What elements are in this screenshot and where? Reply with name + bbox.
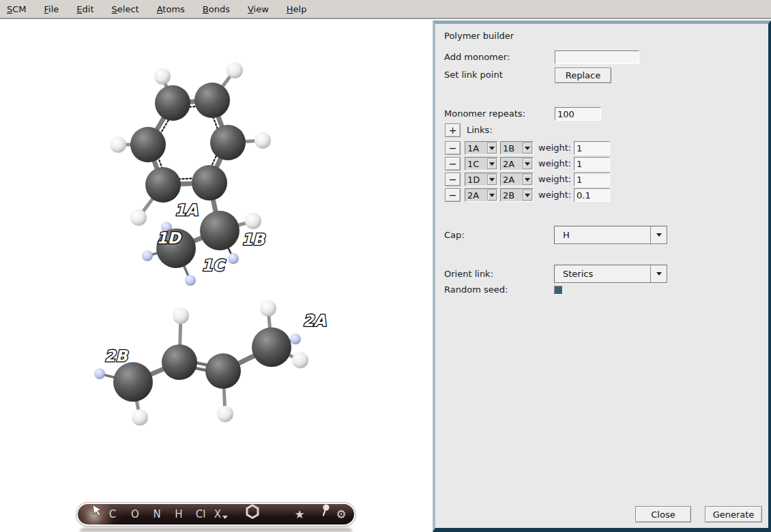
link-point-label: 1D (156, 229, 181, 247)
carbon-atom[interactable] (192, 165, 227, 201)
chevron-down-icon[interactable] (523, 158, 532, 169)
link-row-2-weight-label: weight: (538, 174, 571, 184)
link-row-0-to-select[interactable]: 1B (500, 141, 534, 155)
toolbar-element-cl-button[interactable]: Cl (196, 504, 206, 524)
link-row-0-weight-label: weight: (538, 143, 571, 153)
chevron-down-icon[interactable] (487, 174, 497, 185)
chevron-down-icon[interactable] (523, 143, 532, 153)
carbon-atom[interactable] (162, 344, 197, 380)
link-row-3-remove-button[interactable]: − (445, 188, 461, 202)
carbon-atom[interactable] (210, 125, 246, 160)
carbon-atom[interactable] (200, 211, 239, 250)
polymer-builder-panel: Polymer builder Add monomer: Set link po… (433, 20, 771, 532)
menu-item-scm[interactable]: SCM (7, 4, 27, 14)
link-row-2-to-select[interactable]: 2A (500, 173, 534, 186)
chevron-down-icon[interactable] (487, 143, 497, 153)
link-point-atom[interactable] (228, 253, 239, 264)
link-row-1-to-value: 2A (501, 159, 523, 169)
hydrogen-atom[interactable] (154, 68, 171, 85)
link-point-label: 1C (202, 256, 227, 274)
carbon-atom[interactable] (130, 127, 166, 162)
link-row-2-from-select[interactable]: 1D (465, 173, 498, 186)
menu-item-file[interactable]: File (44, 4, 59, 14)
toolbar-reflection (79, 528, 353, 532)
toolbar-element-n-button[interactable]: N (153, 504, 160, 524)
toolbar-element-h-button[interactable]: H (175, 504, 182, 524)
link-row-1-from-select[interactable]: 1C (465, 157, 498, 171)
link-row-2-remove-button[interactable]: − (445, 173, 461, 186)
hydrogen-atom[interactable] (217, 406, 233, 422)
add-monomer-label: Add monomer: (444, 52, 510, 62)
toolbar-element-x-dropdown-button[interactable]: X (214, 504, 228, 524)
chevron-down-icon[interactable] (651, 233, 667, 237)
close-button[interactable]: Close (635, 506, 691, 522)
hydrogen-atom[interactable] (254, 132, 271, 149)
link-row-1-to-select[interactable]: 2A (500, 157, 534, 171)
link-row-0-remove-button[interactable]: − (445, 141, 461, 155)
link-row-3-from-value: 2A (465, 190, 487, 201)
chevron-down-icon[interactable] (523, 190, 532, 201)
carbon-atom[interactable] (113, 362, 153, 402)
link-row-2-weight-input[interactable] (574, 173, 610, 186)
link-row-1-remove-button[interactable]: − (445, 157, 461, 171)
link-point-atom[interactable] (94, 368, 105, 379)
orient-link-label: Orient link: (444, 269, 493, 279)
hydrogen-atom[interactable] (227, 62, 243, 78)
hydrogen-atom[interactable] (110, 136, 126, 153)
hydrogen-atom[interactable] (245, 213, 261, 229)
carbon-atom[interactable] (145, 167, 181, 203)
link-row-3-to-select[interactable]: 2B (500, 188, 534, 202)
molecule-scene[interactable]: 1A1B1C1D2B2A (0, 20, 433, 532)
hydrogen-atom[interactable] (173, 308, 189, 324)
link-row-3-weight-input[interactable] (574, 188, 610, 202)
menu-item-help[interactable]: Help (287, 4, 307, 14)
chevron-down-icon[interactable] (523, 174, 532, 185)
link-row-0-from-value: 1A (465, 143, 487, 153)
toolbar-gear-icon[interactable]: ⚙ (336, 504, 346, 524)
app-window: { "menu": { "items": [ {"label": "SCM", … (0, 0, 771, 532)
chevron-down-icon[interactable] (487, 158, 497, 169)
hydrogen-atom[interactable] (260, 300, 276, 316)
links-label: Links: (467, 125, 493, 135)
orient-link-value: Sterics (555, 269, 650, 279)
link-row-0-from-select[interactable]: 1A (465, 141, 498, 155)
menu-item-edit[interactable]: Edit (76, 4, 93, 14)
hydrogen-atom[interactable] (130, 209, 147, 226)
molecule-viewport[interactable]: 1A1B1C1D2B2A CONHClX★⚙ (0, 20, 433, 532)
menu-item-atoms[interactable]: Atoms (157, 4, 185, 14)
carbon-atom[interactable] (205, 353, 241, 389)
link-row-0-weight-input[interactable] (574, 141, 610, 155)
link-row-2-from-value: 1D (465, 175, 487, 185)
add-link-button[interactable]: + (445, 123, 461, 137)
carbon-atom[interactable] (194, 83, 230, 118)
link-point-atom[interactable] (142, 250, 153, 261)
menu-item-select[interactable]: Select (112, 4, 139, 14)
toolbar-star-icon[interactable]: ★ (294, 504, 304, 524)
menu-item-bonds[interactable]: Bonds (203, 4, 230, 14)
monomer-repeats-input[interactable] (555, 107, 601, 121)
menu-bar: SCMFileEditSelectAtomsBondsViewHelp (0, 0, 771, 19)
random-seed-input[interactable] (554, 286, 563, 295)
hydrogen-atom[interactable] (132, 409, 148, 426)
link-row-1-weight-label: weight: (538, 158, 571, 168)
hydrogen-atom[interactable] (292, 352, 308, 368)
carbon-atom[interactable] (252, 327, 291, 367)
link-point-atom[interactable] (185, 275, 196, 286)
chevron-down-icon[interactable] (487, 190, 497, 201)
add-monomer-input[interactable] (555, 50, 639, 64)
link-row-3-from-select[interactable]: 2A (465, 188, 498, 202)
link-row-2-to-value: 2A (501, 175, 523, 185)
link-point-atom[interactable] (290, 334, 301, 344)
chevron-down-icon[interactable] (651, 272, 667, 276)
cap-select[interactable]: H (554, 226, 667, 244)
menu-item-view[interactable]: View (248, 4, 269, 14)
cap-label: Cap: (444, 230, 465, 240)
toolbar-element-c-button[interactable]: C (109, 504, 116, 524)
carbon-atom[interactable] (155, 85, 190, 121)
random-seed-label: Random seed: (444, 284, 508, 295)
generate-button[interactable]: Generate (705, 506, 762, 522)
link-row-1-weight-input[interactable] (574, 157, 610, 171)
replace-button[interactable]: Replace (555, 68, 611, 83)
orient-link-select[interactable]: Sterics (554, 265, 667, 283)
toolbar-element-o-button[interactable]: O (131, 504, 139, 524)
